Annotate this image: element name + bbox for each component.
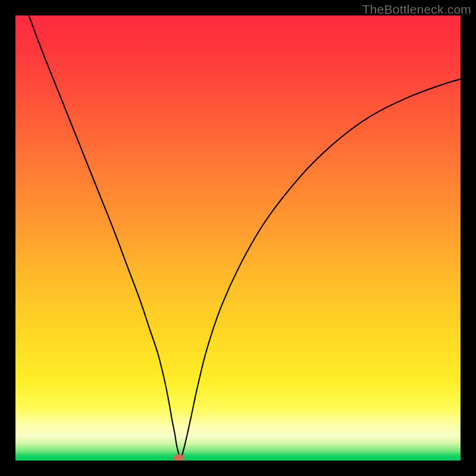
curve-layer [15,15,461,461]
plot-area [15,15,461,461]
bottleneck-curve [29,15,461,460]
chart-frame: TheBottleneck.com [0,0,476,476]
watermark-text: TheBottleneck.com [362,2,471,17]
